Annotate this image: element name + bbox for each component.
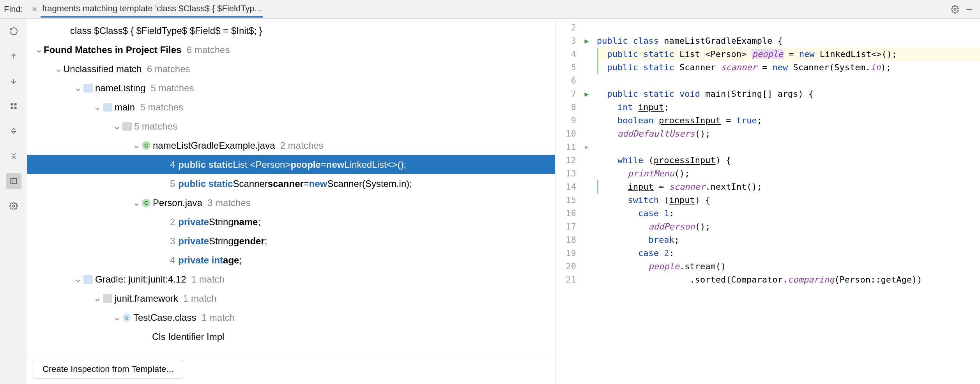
file-row[interactable]: ⌄ C Person.java 3 matches — [27, 193, 555, 212]
match-row[interactable]: 5 public static Scanner scanner = new Sc… — [27, 174, 555, 193]
chevron-down-icon[interactable]: ⌄ — [54, 63, 63, 74]
package-row[interactable]: ⌄ junit.framework 1 match — [27, 289, 555, 308]
found-matches-row[interactable]: ⌄ Found Matches in Project Files 6 match… — [27, 40, 555, 59]
folder-name: main — [115, 102, 135, 113]
svg-rect-10 — [11, 178, 17, 183]
java-class-icon: C — [142, 141, 150, 150]
gutter-marks: ▶▶▶ — [581, 19, 592, 384]
chevron-down-icon[interactable]: ⌄ — [112, 121, 122, 132]
match-count: 3 matches — [207, 197, 251, 208]
chevron-down-icon[interactable]: ⌄ — [112, 312, 122, 323]
library-row[interactable]: ⌄ Gradle: junit:junit:4.12 1 match — [27, 270, 555, 289]
found-label: Found Matches in Project Files — [44, 44, 181, 55]
close-tab-icon[interactable]: ✕ — [28, 5, 41, 14]
match-count: 6 matches — [147, 64, 190, 75]
match-row[interactable]: 3 private String gender; — [27, 231, 555, 251]
chevron-down-icon[interactable]: ⌄ — [132, 140, 141, 151]
create-inspection-button[interactable]: Create Inspection from Template... — [33, 360, 183, 379]
match-row[interactable]: 4 public static List <Person> people = n… — [27, 155, 555, 174]
chevron-down-icon[interactable]: ⌄ — [132, 197, 141, 208]
preview-icon[interactable] — [6, 173, 21, 189]
group-icon[interactable] — [6, 98, 21, 114]
class-row[interactable]: ⌄ c TestCase.class 1 match — [27, 308, 555, 327]
group-label: Unclassified match — [63, 64, 142, 75]
module-row[interactable]: ⌄ nameListing 5 matches — [27, 78, 555, 98]
module-name: nameListing — [95, 83, 145, 94]
line-number: 5 — [170, 178, 175, 189]
java-class-icon: C — [142, 199, 150, 207]
module-icon — [83, 84, 93, 92]
match-row[interactable]: Cls Identifier Impl — [27, 327, 555, 346]
code-preview: 23456789101112131415161718192021 ▶▶▶ pub… — [555, 19, 980, 384]
match-row[interactable]: 2 private String name; — [27, 212, 555, 231]
file-name: nameListGradleExample.java — [153, 140, 275, 151]
source-root-row[interactable]: ⌄ main 5 matches — [27, 98, 555, 117]
library-name: Gradle: junit:junit:4.12 — [95, 274, 186, 285]
query-row: class $Class$ { $FieldType$ $Field$ = $I… — [27, 21, 555, 40]
line-gutter: 23456789101112131415161718192021 — [555, 19, 581, 384]
svg-point-12 — [12, 205, 15, 207]
up-arrow-icon[interactable] — [6, 48, 21, 64]
match-count: 1 match — [183, 293, 216, 304]
package-name: junit.framework — [115, 293, 178, 304]
left-sidebar — [0, 19, 27, 384]
match-count: 5 matches — [134, 121, 177, 132]
find-label: Find: — [4, 4, 28, 14]
chevron-down-icon[interactable]: ⌄ — [73, 274, 83, 284]
chevron-down-icon[interactable]: ⌄ — [93, 293, 102, 304]
match-count: 5 matches — [151, 83, 194, 94]
unclassified-row[interactable]: ⌄ Unclassified match 6 matches — [27, 59, 555, 78]
line-number: 4 — [170, 159, 175, 170]
minimize-icon[interactable] — [962, 2, 976, 16]
collapse-all-icon[interactable] — [6, 148, 21, 164]
search-tab[interactable]: fragments matching template 'class $Clas… — [41, 1, 263, 18]
match-count: 5 matches — [140, 102, 183, 113]
svg-rect-7 — [14, 107, 17, 109]
svg-rect-5 — [14, 103, 17, 106]
chevron-down-icon[interactable]: ⌄ — [93, 101, 102, 112]
match-count: 1 match — [202, 312, 235, 323]
svg-point-0 — [954, 8, 956, 11]
rerun-icon[interactable] — [6, 23, 21, 39]
find-toolbar: Find: ✕ fragments matching template 'cla… — [0, 0, 980, 19]
code-area[interactable]: public class nameListGradleExample { pub… — [592, 19, 980, 384]
file-row[interactable]: ⌄ C nameListGradleExample.java 2 matches — [27, 136, 555, 155]
results-tree-panel: class $Class$ { $FieldType$ $Field$ = $I… — [27, 19, 555, 384]
file-name: Person.java — [153, 197, 202, 208]
match-count: 6 matches — [187, 44, 230, 55]
package-icon — [103, 294, 112, 303]
svg-rect-6 — [11, 107, 13, 109]
match-row[interactable]: 4 private int age; — [27, 251, 555, 270]
chevron-down-icon[interactable]: ⌄ — [34, 44, 44, 55]
classfile-icon: c — [122, 313, 131, 322]
chevron-down-icon[interactable]: ⌄ — [73, 82, 83, 93]
match-count: 2 matches — [280, 140, 324, 151]
match-count: 1 match — [191, 274, 225, 285]
expand-all-icon[interactable] — [6, 123, 21, 139]
results-tree[interactable]: class $Class$ { $FieldType$ $Field$ = $I… — [27, 19, 555, 354]
library-icon — [83, 275, 93, 284]
folder-icon — [103, 103, 112, 112]
svg-rect-4 — [11, 103, 13, 106]
class-name: TestCase.class — [133, 312, 196, 323]
package-icon — [122, 122, 132, 131]
settings-icon[interactable] — [6, 198, 21, 214]
down-arrow-icon[interactable] — [6, 73, 21, 89]
gear-icon[interactable] — [948, 2, 962, 16]
bottom-bar: Create Inspection from Template... — [27, 354, 555, 384]
query-text: class $Class$ { $FieldType$ $Field$ = $I… — [70, 25, 262, 36]
package-row[interactable]: ⌄ 5 matches — [27, 117, 555, 136]
